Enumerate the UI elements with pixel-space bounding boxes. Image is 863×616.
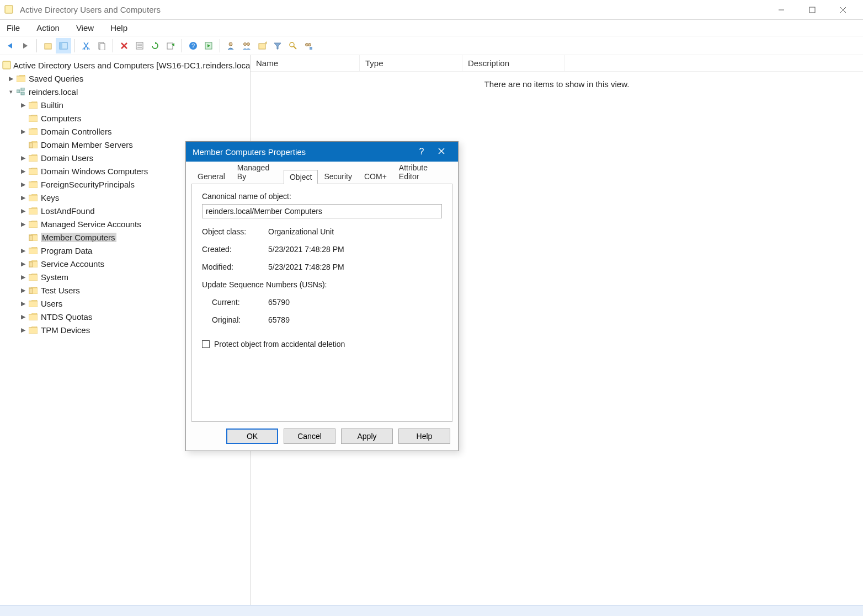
expand-arrow-icon[interactable]: ▶ — [19, 207, 28, 215]
expand-arrow-icon[interactable]: ▶ — [19, 154, 28, 162]
tree-node-label: ForeignSecurityPrincipals — [41, 180, 135, 189]
delete-button[interactable] — [116, 38, 132, 53]
forward-button[interactable] — [18, 38, 33, 53]
expand-arrow-icon[interactable]: ▶ — [19, 101, 28, 109]
new-user-button[interactable] — [223, 38, 239, 53]
cancel-button[interactable]: Cancel — [284, 428, 335, 444]
expand-arrow-icon[interactable]: ▶ — [19, 274, 28, 281]
svg-rect-47 — [29, 116, 38, 122]
cut-button[interactable] — [78, 38, 94, 53]
tree-node[interactable]: Computers — [2, 111, 248, 125]
svg-rect-79 — [29, 301, 38, 307]
column-header-type[interactable]: Type — [360, 55, 462, 71]
tree-node[interactable]: ▶Domain Controllers — [2, 125, 248, 138]
modified-label: Modified: — [202, 263, 268, 271]
menu-action[interactable]: Action — [34, 21, 62, 35]
svg-rect-42 — [21, 88, 24, 90]
ok-button[interactable]: OK — [226, 428, 278, 444]
expand-arrow-icon[interactable]: ▶ — [19, 168, 28, 175]
expand-arrow-icon[interactable]: ▶ — [19, 128, 28, 135]
expand-arrow-icon[interactable]: ▶ — [19, 326, 28, 334]
expand-arrow-icon[interactable]: ▶ — [19, 287, 28, 294]
svg-rect-13 — [100, 44, 105, 50]
svg-marker-78 — [29, 300, 37, 301]
up-button[interactable] — [40, 38, 56, 53]
tab-object[interactable]: Object — [284, 170, 318, 184]
close-button[interactable] — [828, 0, 859, 20]
menu-view[interactable]: View — [74, 21, 96, 35]
find-button[interactable] — [285, 38, 301, 53]
svg-rect-0 — [5, 6, 13, 13]
tab-complus[interactable]: COM+ — [358, 169, 393, 184]
menu-help[interactable]: Help — [108, 21, 130, 35]
column-header-description[interactable]: Description — [462, 55, 565, 71]
svg-rect-83 — [29, 328, 38, 334]
apply-button[interactable]: Apply — [341, 428, 393, 444]
new-group-button[interactable] — [239, 38, 254, 53]
dialog-title-bar[interactable]: Member Computers Properties ? — [186, 142, 458, 162]
tree-node-label: Domain Controllers — [41, 127, 111, 136]
svg-rect-81 — [29, 314, 38, 320]
show-hide-console-tree-button[interactable] — [56, 38, 71, 53]
action-pane-button[interactable] — [201, 38, 216, 53]
tab-attribute-editor[interactable]: Attribute Editor — [393, 160, 452, 184]
dialog-close-button[interactable] — [432, 147, 451, 157]
expand-arrow-icon[interactable]: ▶ — [19, 300, 28, 307]
add-to-group-button[interactable] — [301, 38, 316, 53]
help-button[interactable]: Help — [398, 428, 450, 444]
usn-original-value: 65789 — [268, 315, 290, 324]
tree-node-saved-queries[interactable]: ▶ Saved Queries — [2, 72, 248, 85]
tree-node[interactable]: ▶Builtin — [2, 98, 248, 111]
tree-node-label: TPM Devices — [41, 325, 90, 335]
collapse-arrow-icon[interactable]: ▾ — [7, 88, 15, 95]
toolbar-separator — [113, 39, 113, 52]
protect-checkbox[interactable] — [202, 340, 210, 348]
menu-bar: File Action View Help — [0, 20, 863, 36]
dialog-button-row: OK Cancel Apply Help — [186, 428, 458, 452]
expand-arrow-icon[interactable]: ▶ — [19, 194, 28, 201]
export-list-button[interactable] — [163, 38, 178, 53]
svg-rect-7 — [45, 44, 51, 49]
properties-button[interactable] — [132, 38, 147, 53]
svg-rect-64 — [29, 222, 38, 228]
svg-marker-50 — [29, 141, 37, 142]
object-class-value: Organizational Unit — [268, 227, 334, 236]
svg-point-35 — [306, 43, 308, 46]
svg-rect-72 — [29, 262, 33, 267]
svg-rect-77 — [29, 288, 33, 293]
expand-arrow-icon[interactable]: ▶ — [7, 75, 15, 82]
folder-icon — [28, 272, 39, 282]
maximize-button[interactable] — [797, 0, 828, 20]
menu-file[interactable]: File — [4, 21, 22, 35]
minimize-button[interactable] — [766, 0, 797, 20]
tree-node-label: Users — [41, 299, 62, 308]
svg-point-33 — [290, 42, 294, 47]
back-button[interactable] — [2, 38, 18, 53]
tab-managed-by[interactable]: Managed By — [231, 160, 284, 184]
refresh-button[interactable] — [147, 38, 163, 53]
column-header-name[interactable]: Name — [251, 55, 360, 71]
tree-node-domain[interactable]: ▾ reinders.local — [2, 85, 248, 98]
expand-arrow-icon[interactable]: ▶ — [19, 313, 28, 320]
folder-icon — [28, 312, 39, 322]
svg-marker-61 — [29, 207, 37, 208]
svg-rect-58 — [29, 182, 38, 188]
folder-icon — [28, 325, 39, 335]
tab-general[interactable]: General — [191, 169, 231, 184]
new-ou-button[interactable]: ✦ — [254, 38, 270, 53]
ou-folder-icon — [28, 232, 39, 242]
svg-marker-59 — [29, 194, 37, 195]
usn-label: Update Sequence Numbers (USNs): — [202, 280, 327, 289]
tree-root[interactable]: Active Directory Users and Computers [WS… — [2, 58, 248, 72]
expand-arrow-icon[interactable]: ▶ — [19, 221, 28, 228]
expand-arrow-icon[interactable]: ▶ — [19, 247, 28, 254]
copy-button[interactable] — [94, 38, 109, 53]
expand-arrow-icon[interactable]: ▶ — [19, 260, 28, 267]
dialog-help-button[interactable]: ? — [412, 147, 432, 157]
help-button[interactable]: ? — [185, 38, 201, 53]
expand-arrow-icon[interactable]: ▶ — [19, 181, 28, 188]
svg-marker-68 — [29, 247, 37, 248]
svg-rect-43 — [21, 92, 24, 95]
tab-security[interactable]: Security — [318, 169, 358, 184]
filter-button[interactable] — [270, 38, 285, 53]
